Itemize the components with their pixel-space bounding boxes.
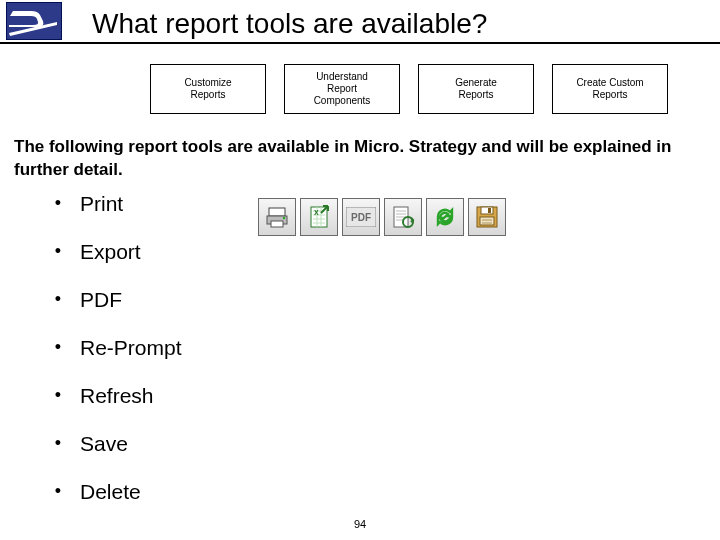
tool-label: Refresh <box>80 384 154 408</box>
page-title: What report tools are available? <box>92 8 720 40</box>
save-button[interactable] <box>468 198 506 236</box>
svg-point-4 <box>283 217 285 219</box>
refresh-icon <box>432 204 458 230</box>
bullet: • <box>46 433 70 454</box>
reprompt-icon <box>390 204 416 230</box>
save-icon <box>474 204 500 230</box>
export-icon: X <box>306 204 332 230</box>
svg-rect-14 <box>480 217 494 225</box>
tab-generate-reports: Generate Reports <box>418 64 534 114</box>
header-divider <box>0 42 720 44</box>
tool-label: Delete <box>80 480 141 504</box>
tool-label: Re-Prompt <box>80 336 182 360</box>
svg-rect-1 <box>269 208 285 216</box>
bullet: • <box>46 289 70 310</box>
section-tabs: Customize Reports Understand Report Comp… <box>150 64 720 114</box>
reprompt-button[interactable] <box>384 198 422 236</box>
tab-understand-components: Understand Report Components <box>284 64 400 114</box>
svg-text:X: X <box>314 209 319 216</box>
tab-label: Generate Reports <box>455 77 497 101</box>
tab-customize-reports: Customize Reports <box>150 64 266 114</box>
bullet: • <box>46 193 70 214</box>
tool-label: Print <box>80 192 123 216</box>
svg-rect-13 <box>488 208 491 213</box>
bullet: • <box>46 337 70 358</box>
print-icon <box>264 204 290 230</box>
bullet: • <box>46 481 70 502</box>
export-button[interactable]: X <box>300 198 338 236</box>
list-item: •Save <box>46 432 720 456</box>
intro-text: The following report tools are available… <box>14 136 706 182</box>
pdf-button[interactable]: PDF <box>342 198 380 236</box>
bullet: • <box>46 241 70 262</box>
list-item: •Refresh <box>46 384 720 408</box>
usps-logo <box>6 2 62 40</box>
tab-label: Customize Reports <box>184 77 231 101</box>
list-item: •PDF <box>46 288 720 312</box>
pdf-icon: PDF <box>346 207 376 227</box>
tab-create-custom-reports: Create Custom Reports <box>552 64 668 114</box>
svg-text:PDF: PDF <box>351 212 371 223</box>
tool-label: Save <box>80 432 128 456</box>
tool-label: Export <box>80 240 141 264</box>
page-number: 94 <box>0 518 720 530</box>
print-button[interactable] <box>258 198 296 236</box>
svg-rect-3 <box>271 221 283 227</box>
bullet: • <box>46 385 70 406</box>
tab-label: Understand Report Components <box>314 71 371 107</box>
tool-label: PDF <box>80 288 122 312</box>
report-toolbar: X PDF <box>258 198 506 236</box>
tools-list: •Print •Export •PDF •Re-Prompt •Refresh … <box>46 192 720 504</box>
tab-label: Create Custom Reports <box>576 77 643 101</box>
list-item: •Export <box>46 240 720 264</box>
list-item: •Delete <box>46 480 720 504</box>
svg-rect-12 <box>481 207 493 214</box>
list-item: •Re-Prompt <box>46 336 720 360</box>
refresh-button[interactable] <box>426 198 464 236</box>
slide-header: What report tools are available? <box>0 0 720 48</box>
